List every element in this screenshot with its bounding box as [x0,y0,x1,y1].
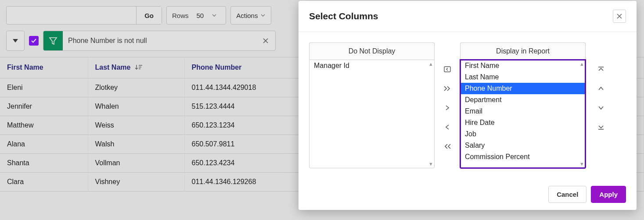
move-up-button[interactable] [595,83,607,94]
svg-rect-0 [444,67,450,72]
shuttle-order-controls [593,61,607,133]
cell-first: Eleni [0,78,88,97]
shuttle-left-list[interactable]: ▲ ▼ Manager Id [309,60,435,168]
dialog-footer: Cancel Apply [299,179,637,210]
col-header-last-name[interactable]: Last Name [88,57,184,78]
dialog-header: Select Columns [299,1,637,32]
filter-chip: Phone Number is not null [43,31,276,51]
cell-first: Jennifer [0,97,88,116]
move-bottom-icon [597,124,604,131]
chevron-left-icon [445,124,450,130]
shuttle-left: Do Not Display ▲ ▼ Manager Id [309,43,435,168]
filter-text[interactable]: Phone Number is not null [63,37,256,45]
funnel-icon [43,31,63,50]
search-input[interactable] [7,7,136,24]
caret-down-icon [13,39,18,43]
filter-settings-toggle[interactable] [6,31,25,51]
scroll-up-icon: ▲ [428,61,433,67]
cell-last: Walsh [88,135,184,153]
go-button[interactable]: Go [136,7,162,24]
cell-phone: 650.123.1234 [184,116,299,135]
cell-last: Weiss [88,116,184,135]
move-left-button[interactable] [442,121,453,133]
shuttle-item[interactable]: Commission Percent [461,151,585,163]
shuttle-move-controls [442,61,453,152]
search-box: Go [6,6,162,25]
shuttle-item[interactable]: Job [461,128,585,140]
double-chevron-right-icon [443,85,451,92]
cell-first: Shanta [0,153,88,172]
shuttle-item[interactable]: First Name [461,60,585,71]
shuttle-left-title: Do Not Display [309,43,435,60]
double-chevron-left-icon [443,143,451,149]
scroll-up-icon: ▲ [579,61,584,67]
move-down-button[interactable] [595,102,607,114]
shuttle-item[interactable]: Email [461,106,585,117]
select-columns-dialog: Select Columns Do Not Display ▲ ▼ Manage… [299,1,637,210]
cell-first: Clara [0,172,88,191]
chevron-down-icon [260,12,266,19]
actions-label: Actions [236,12,258,19]
cell-phone: 515.123.4444 [184,97,299,116]
shuttle-item[interactable]: Salary [461,140,585,151]
rows-label: Rows [167,12,193,19]
rows-value-text: 50 [197,12,204,19]
cancel-button[interactable]: Cancel [548,186,586,203]
col-header-first-name[interactable]: First Name [0,57,88,78]
cell-first: Alana [0,135,88,153]
move-top-icon [597,66,604,73]
shuttle-item[interactable]: Hire Date [461,117,585,128]
filter-remove-button[interactable] [256,31,275,50]
scroll-down-icon: ▼ [428,161,433,167]
shuttle-item[interactable]: Department [461,94,585,106]
move-bottom-button[interactable] [595,121,607,133]
reset-icon [443,65,451,73]
cell-last: Whalen [88,97,184,116]
shuttle-right: Display in Report ▲ ▼ First NameLast Nam… [460,43,586,168]
shuttle-item[interactable]: Last Name [461,71,585,83]
rows-value[interactable]: 50 [193,7,226,24]
cell-phone: 011.44.1346.129268 [184,172,299,191]
move-all-right-button[interactable] [442,83,453,94]
apply-button[interactable]: Apply [591,186,626,203]
chevron-down-icon [212,12,217,19]
sort-desc-icon [135,64,142,72]
rows-selector[interactable]: Rows 50 [166,6,226,25]
actions-button[interactable]: Actions [230,6,271,25]
dialog-body: Do Not Display ▲ ▼ Manager Id [299,32,637,179]
move-top-button[interactable] [595,64,607,75]
col-header-label-rest: Number [213,64,241,71]
dialog-close-button[interactable] [613,10,626,23]
col-header-label: First Name [7,64,43,71]
close-icon [262,37,269,44]
cell-phone: 650.123.4234 [184,153,299,172]
chevron-down-icon [598,105,604,110]
scroll-down-icon: ▼ [579,161,584,167]
col-header-phone-number[interactable]: Phone Number [184,57,299,78]
col-header-label-bold: Phone [192,64,213,71]
cell-last: Vishney [88,172,184,191]
filter-enabled-checkbox[interactable] [29,36,39,46]
shuttle-item[interactable]: Manager Id [309,60,434,71]
cell-last: Zlotkey [88,78,184,97]
reset-button[interactable] [442,64,453,75]
cell-last: Vollman [88,153,184,172]
dialog-title: Select Columns [309,11,378,21]
move-all-left-button[interactable] [442,141,453,152]
cell-phone: 650.507.9811 [184,135,299,153]
cell-first: Matthew [0,116,88,135]
move-right-button[interactable] [442,102,453,114]
chevron-up-icon [598,86,604,91]
chevron-right-icon [445,105,450,111]
col-header-label: Last Name [95,64,131,71]
close-icon [616,13,622,19]
shuttle-right-title: Display in Report [460,43,586,60]
shuttle-item[interactable]: Phone Number [461,83,585,94]
shuttle-right-list[interactable]: ▲ ▼ First NameLast NamePhone NumberDepar… [460,60,586,168]
cell-phone: 011.44.1344.429018 [184,78,299,97]
check-icon [31,38,37,44]
